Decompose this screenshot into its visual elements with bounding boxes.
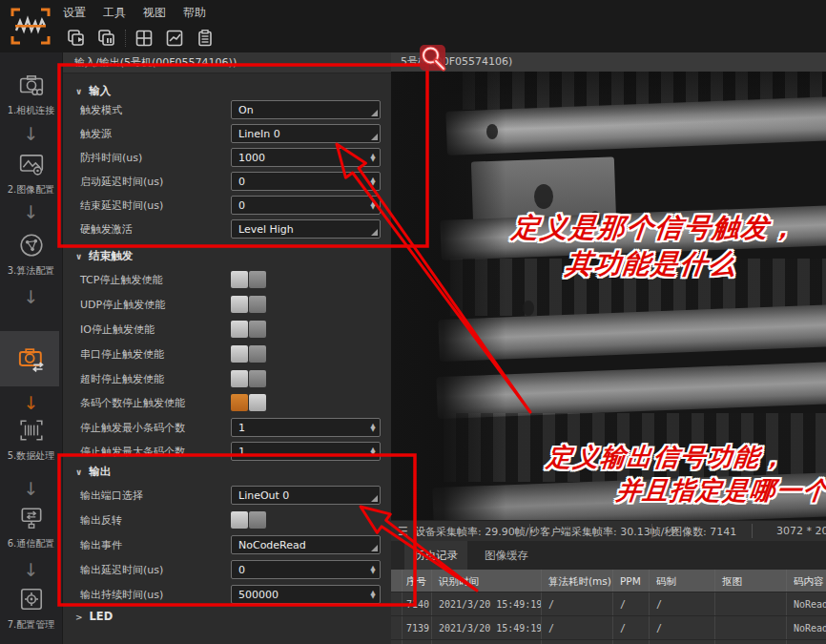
- col-crop[interactable]: 抠图: [715, 570, 787, 592]
- camera-link-icon: [18, 72, 45, 98]
- field-label: 结束延迟时间(us): [80, 198, 163, 213]
- table-row[interactable]: 7140 2021/3/20 15:49:19:574 / / / NoRead: [391, 592, 826, 616]
- field-label: 触发源: [80, 127, 112, 141]
- field-io-stop-trigger: IO停止触发使能: [63, 320, 392, 341]
- sidebar-item-algorithm-config[interactable]: 3.算法配置: [0, 232, 62, 278]
- dropdown-value: LineOut 0: [238, 489, 289, 502]
- tab-history[interactable]: 历史记录: [404, 541, 467, 570]
- table-header-row: 序号 识别时间 算法耗时(ms) PPM 码制 抠图 码内容: [391, 570, 826, 592]
- pause-acquisition-button[interactable]: [95, 28, 118, 49]
- field-output-port: 输出端口选择 LineOut 0: [63, 486, 392, 507]
- spinner-arrows-icon[interactable]: ▲▼: [366, 586, 380, 603]
- cell-empty: [650, 640, 715, 644]
- output-duration-spinner[interactable]: 500000▲▼: [231, 585, 381, 604]
- sidebar-item-data-processing[interactable]: 5.数据处理: [0, 417, 62, 463]
- tab-image-cache[interactable]: 图像缓存: [475, 541, 538, 570]
- col-ppm[interactable]: PPM: [613, 570, 650, 592]
- col-algo-time[interactable]: 算法耗时(ms): [542, 570, 613, 592]
- sidebar-item-image-config[interactable]: 2.图像配置: [0, 151, 62, 197]
- camera-live-view[interactable]: 定义是那个信号触发， 其功能是什么 定义输出信号功能， 并且指定是哪一个: [391, 72, 826, 520]
- table-row[interactable]: 7139 2021/3/20 15:49:19:544 / / / NoRead: [391, 616, 826, 640]
- trigger-source-dropdown[interactable]: LineIn 0: [231, 124, 381, 143]
- dropdown-corner-icon: [371, 495, 378, 502]
- col-recognize-time[interactable]: 识别时间: [432, 570, 542, 592]
- spinner-arrows-icon[interactable]: ▲▼: [366, 443, 380, 460]
- cell-serial: 7139: [403, 616, 432, 639]
- annotation-line: 并且指定是哪一个: [487, 474, 826, 508]
- annotation-line: 其功能是什么: [454, 246, 826, 282]
- field-label: IO停止触发使能: [80, 322, 155, 337]
- image-count: 图像数: 7141: [671, 525, 736, 539]
- debounce-time-spinner[interactable]: 1000▲▼: [231, 148, 381, 167]
- output-invert-toggle[interactable]: [231, 511, 266, 529]
- field-label: 超时停止触发使能: [80, 372, 164, 386]
- field-trigger-source: 触发源 LineIn 0: [63, 124, 392, 145]
- start-acquisition-button[interactable]: [65, 28, 88, 49]
- spinner-value: 0: [238, 199, 245, 212]
- sidebar-item-label: 3.算法配置: [0, 264, 62, 278]
- udp-stop-trigger-toggle[interactable]: [231, 296, 266, 313]
- row-gutter: [391, 640, 403, 644]
- sidebar-item-io-config[interactable]: [0, 344, 62, 377]
- col-code-content[interactable]: 码内容: [787, 570, 826, 592]
- section-header-input[interactable]: ∨输入: [75, 84, 111, 99]
- spinner-value: 0: [238, 564, 245, 576]
- trigger-mode-dropdown[interactable]: On: [231, 100, 381, 119]
- io-panel-title: 输入/输出(5号机(00F05574106)): [63, 52, 392, 73]
- cell-code-content: NoRead: [787, 592, 826, 615]
- config-gear-icon: [18, 586, 45, 613]
- col-code-type[interactable]: 码制: [650, 570, 715, 592]
- spinner-arrows-icon[interactable]: ▲▼: [366, 561, 380, 578]
- timeout-stop-trigger-toggle[interactable]: [231, 370, 266, 387]
- field-output-invert: 输出反转: [63, 510, 392, 531]
- sidebar-item-label: 6.通信配置: [0, 537, 62, 551]
- sidebar-item-communication-config[interactable]: 6.通信配置: [0, 505, 62, 551]
- menu-tools[interactable]: 工具: [103, 5, 126, 21]
- output-event-dropdown[interactable]: NoCodeRead: [231, 535, 381, 554]
- app-logo-icon: [10, 7, 52, 46]
- sidebar-item-config-management[interactable]: 7.配置管理: [0, 586, 62, 632]
- end-delay-spinner[interactable]: 0▲▼: [231, 196, 381, 215]
- sidebar-item-camera-connect[interactable]: 1.相机连接: [0, 72, 62, 117]
- field-min-barcode-count: 停止触发最小条码个数 1▲▼: [63, 418, 392, 439]
- cell-empty: [542, 640, 613, 644]
- spinner-arrows-icon[interactable]: ▲▼: [366, 419, 380, 436]
- min-barcode-count-spinner[interactable]: 1▲▼: [231, 418, 381, 437]
- menu-settings[interactable]: 设置: [63, 5, 86, 21]
- layout-grid-button[interactable]: [133, 28, 155, 49]
- menu-view[interactable]: 视图: [143, 5, 166, 21]
- table-row-partial: [391, 640, 826, 644]
- barcode-count-stop-trigger-toggle[interactable]: [231, 394, 266, 411]
- section-header-led[interactable]: >LED: [75, 610, 113, 625]
- hard-trigger-activation-dropdown[interactable]: Level High: [231, 219, 381, 239]
- field-max-barcode-count: 停止触发最大条码个数 1▲▼: [63, 442, 392, 463]
- field-label: 停止触发最小条码个数: [80, 421, 185, 435]
- output-delay-spinner[interactable]: 0▲▼: [231, 560, 381, 579]
- col-serial[interactable]: 序号: [403, 570, 432, 592]
- spinner-arrows-icon[interactable]: ▲▼: [366, 149, 380, 166]
- statistics-chart-button[interactable]: [163, 28, 186, 49]
- hamburger-icon[interactable]: ☰: [398, 525, 408, 538]
- menu-help[interactable]: 帮助: [183, 5, 206, 21]
- io-stop-trigger-toggle[interactable]: [231, 321, 266, 338]
- max-barcode-count-spinner[interactable]: 1▲▼: [231, 442, 381, 461]
- spinner-value: 500000: [238, 589, 279, 601]
- field-label: 硬触发激活: [80, 222, 133, 237]
- serial-stop-trigger-toggle[interactable]: [231, 345, 266, 363]
- row-gutter: [391, 616, 403, 639]
- field-timeout-stop-trigger: 超时停止触发使能: [63, 369, 392, 390]
- output-port-dropdown[interactable]: LineOut 0: [231, 486, 381, 505]
- chevron-down-icon: ∨: [75, 252, 82, 261]
- start-delay-spinner[interactable]: 0▲▼: [231, 172, 381, 191]
- io-settings-panel: 输入/输出(5号机(00F05574106)) ∨输入 触发模式 On 触发源 …: [62, 52, 391, 644]
- spinner-arrows-icon[interactable]: ▲▼: [366, 173, 380, 190]
- step-arrow-icon: ↓: [0, 480, 62, 498]
- spinner-arrows-icon[interactable]: ▲▼: [366, 197, 380, 214]
- tcp-stop-trigger-toggle[interactable]: [231, 271, 266, 288]
- section-header-output[interactable]: ∨输出: [75, 465, 111, 480]
- section-header-end-trigger[interactable]: ∨结束触发: [75, 249, 133, 264]
- workflow-sidebar: 1.相机连接 ↓ 2.图像配置 ↓ 3.算法配置 ↓ ↓ 5.数据处理 ↓ 6.…: [0, 52, 62, 644]
- field-tcp-stop-trigger: TCP停止触发使能: [63, 270, 392, 291]
- dropdown-corner-icon: [371, 110, 378, 116]
- log-clipboard-button[interactable]: [194, 28, 217, 49]
